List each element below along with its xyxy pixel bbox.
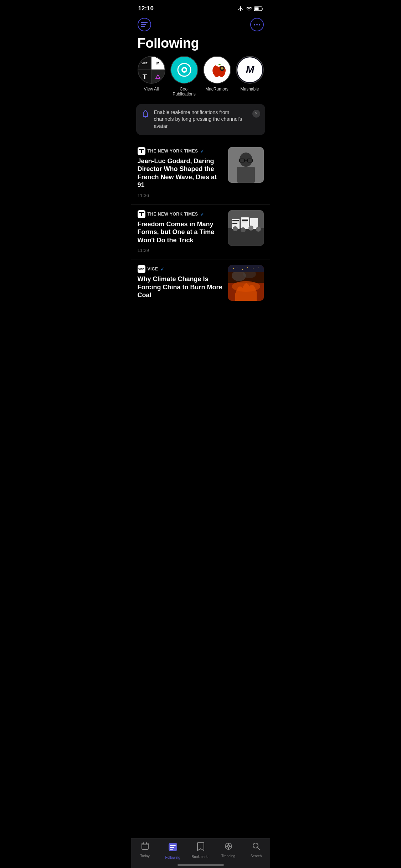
- status-icons: [238, 6, 263, 12]
- channel-label-mashable: Mashable: [240, 87, 259, 92]
- source-row-0: THE NEW YORK TIMES ✓: [138, 147, 224, 155]
- mashable-avatar: M: [236, 56, 264, 84]
- cool-pub-icon: [175, 61, 194, 79]
- svg-point-56: [258, 268, 259, 268]
- notification-text: Enable real-time notifications from chan…: [154, 109, 248, 130]
- svg-marker-11: [156, 75, 160, 78]
- svg-point-43: [248, 226, 253, 231]
- svg-point-44: [256, 227, 261, 232]
- svg-point-53: [242, 269, 243, 270]
- verified-icon-2: ✓: [160, 266, 165, 272]
- article-image-0: [228, 147, 264, 183]
- article-item-2[interactable]: VICE VICE ✓ Why Climate Change Is Forcin…: [131, 259, 270, 308]
- svg-point-51: [233, 268, 234, 269]
- airplane-icon: [238, 6, 244, 12]
- article-title-0: Jean-Luc Godard, Daring Director Who Sha…: [138, 157, 224, 189]
- article-image-1: [228, 210, 264, 246]
- article-content-0: THE NEW YORK TIMES ✓ Jean-Luc Godard, Da…: [138, 147, 224, 198]
- channels-scroll: VICE M View All: [131, 56, 270, 103]
- bell-icon: [141, 110, 150, 120]
- svg-point-17: [221, 67, 222, 68]
- menu-button[interactable]: [138, 18, 151, 31]
- article-source-1: THE NEW YORK TIMES: [148, 212, 198, 217]
- view-all-cell-vice: VICE: [138, 57, 151, 70]
- svg-rect-35: [232, 220, 239, 221]
- channel-mashable[interactable]: M Mashable: [236, 56, 264, 97]
- svg-rect-4: [141, 24, 146, 25]
- channel-label-view-all: View All: [144, 87, 159, 92]
- svg-point-23: [240, 153, 252, 167]
- svg-rect-21: [141, 149, 142, 153]
- article-item-1[interactable]: THE NEW YORK TIMES ✓ Freedom Comes in Ma…: [131, 205, 270, 260]
- svg-point-41: [233, 226, 238, 231]
- header-row: [131, 15, 270, 34]
- view-all-cell-medium: M: [151, 57, 165, 70]
- svg-point-55: [253, 268, 253, 269]
- notification-banner: Enable real-time notifications from chan…: [136, 104, 265, 135]
- vice-logo: VICE: [138, 265, 145, 273]
- channel-view-all[interactable]: VICE M View All: [138, 56, 165, 97]
- godard-photo: [228, 147, 264, 183]
- svg-rect-39: [242, 220, 248, 221]
- strike-photo: [228, 210, 264, 246]
- view-all-cell-other: [151, 70, 165, 83]
- article-source-2: VICE: [148, 267, 158, 272]
- article-source-0: THE NEW YORK TIMES: [148, 149, 198, 154]
- channel-cool-publications[interactable]: Cool Publications: [170, 56, 198, 97]
- svg-point-52: [237, 268, 237, 268]
- page-title: Following: [131, 34, 270, 56]
- nyt-logo-0: [138, 147, 145, 155]
- svg-rect-40: [242, 222, 247, 222]
- article-time-0: 11:36: [138, 193, 149, 198]
- apple-icon: [208, 61, 226, 79]
- svg-point-6: [254, 24, 255, 25]
- notification-close-button[interactable]: ✕: [252, 110, 260, 118]
- svg-point-8: [259, 24, 260, 25]
- verified-icon-0: ✓: [200, 148, 205, 154]
- article-title-2: Why Climate Change Is Forcing China to B…: [138, 275, 224, 299]
- svg-rect-37: [232, 223, 237, 224]
- battery-icon: [254, 6, 263, 11]
- article-image-2: [228, 265, 264, 301]
- macrumors-avatar: [203, 56, 231, 84]
- svg-point-42: [241, 227, 246, 232]
- wifi-icon: [246, 6, 252, 12]
- source-row-1: THE NEW YORK TIMES ✓: [138, 210, 224, 218]
- cool-publications-avatar: [170, 56, 198, 84]
- channel-macrumors[interactable]: MacRumors: [203, 56, 231, 97]
- view-all-cell-nyt: [138, 70, 151, 83]
- svg-rect-29: [141, 212, 142, 216]
- verified-icon-1: ✓: [200, 211, 205, 217]
- view-all-avatar: VICE M: [138, 56, 165, 84]
- article-time-1: 11:29: [138, 248, 149, 253]
- article-title-1: Freedom Comes in Many Forms, but One at …: [138, 220, 224, 244]
- article-content-2: VICE VICE ✓ Why Climate Change Is Forcin…: [138, 265, 224, 302]
- mashable-logo: M: [237, 57, 262, 82]
- svg-rect-3: [141, 22, 148, 23]
- status-bar: 12:10: [131, 0, 270, 15]
- svg-point-14: [183, 68, 186, 71]
- status-time: 12:10: [138, 5, 154, 12]
- nyt-logo-1: [138, 210, 145, 218]
- source-row-2: VICE VICE ✓: [138, 265, 224, 273]
- svg-rect-5: [141, 26, 145, 27]
- news-list: THE NEW YORK TIMES ✓ Jean-Luc Godard, Da…: [131, 141, 270, 340]
- svg-rect-2: [255, 7, 258, 10]
- article-item-0[interactable]: THE NEW YORK TIMES ✓ Jean-Luc Godard, Da…: [131, 141, 270, 205]
- channel-label-macrumors: MacRumors: [205, 87, 228, 92]
- more-options-button[interactable]: [250, 18, 264, 31]
- article-content-1: THE NEW YORK TIMES ✓ Freedom Comes in Ma…: [138, 210, 224, 254]
- svg-rect-24: [237, 167, 255, 183]
- svg-rect-10: [144, 74, 145, 79]
- channel-label-cool-pub: Cool Publications: [170, 87, 198, 97]
- climate-photo: [228, 265, 264, 301]
- svg-rect-1: [262, 8, 263, 10]
- svg-point-7: [256, 24, 258, 25]
- svg-rect-38: [242, 219, 248, 219]
- svg-rect-36: [232, 222, 239, 222]
- svg-point-54: [247, 267, 248, 268]
